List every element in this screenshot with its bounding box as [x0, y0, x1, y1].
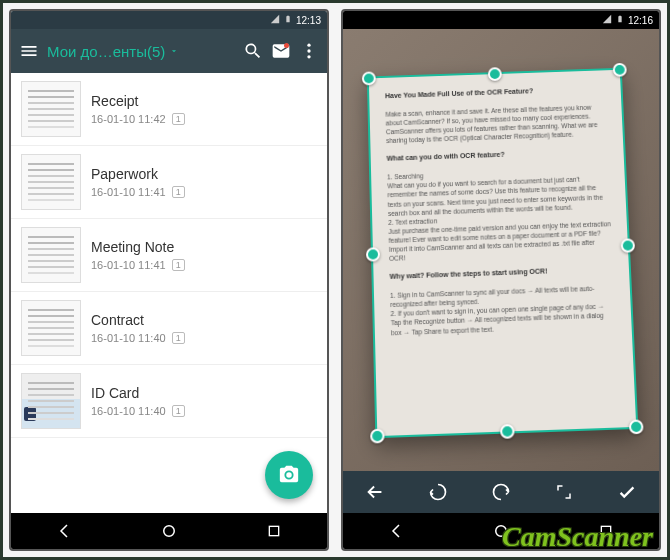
- battery-icon: [284, 14, 292, 26]
- recents-button[interactable]: [263, 520, 285, 542]
- status-time: 12:16: [628, 15, 653, 26]
- crop-handle[interactable]: [371, 429, 386, 444]
- doc-timestamp: 16-01-10 11:41: [91, 259, 166, 271]
- doc-timestamp: 16-01-10 11:41: [91, 186, 166, 198]
- page-count-badge: 1: [172, 113, 185, 125]
- svg-point-1: [307, 49, 310, 52]
- phone-crop-preview: 12:16 Have You Made Full Use of the OCR …: [341, 9, 661, 551]
- expand-icon[interactable]: [550, 478, 578, 506]
- paper-heading: What can you do with OCR feature?: [387, 151, 505, 162]
- page-count-badge: 1: [172, 405, 185, 417]
- svg-point-0: [307, 44, 310, 47]
- doc-thumbnail: [21, 227, 81, 283]
- doc-title: Meeting Note: [91, 239, 317, 255]
- doc-meta: 16-01-10 11:42 1: [91, 113, 317, 125]
- crop-handle[interactable]: [488, 67, 502, 81]
- status-bar: 12:13: [11, 11, 327, 29]
- crop-handle[interactable]: [366, 247, 380, 261]
- crop-handle[interactable]: [621, 238, 636, 252]
- crop-handle[interactable]: [613, 63, 627, 77]
- doc-thumbnail: [21, 373, 81, 429]
- doc-title: ID Card: [91, 385, 317, 401]
- svg-point-2: [307, 55, 310, 58]
- document-list: Receipt 16-01-10 11:42 1 Paperwork 16-01…: [11, 73, 327, 513]
- back-button[interactable]: [385, 520, 407, 542]
- paper-text: 2. If you don't want to sign in, you can…: [391, 303, 605, 336]
- notification-dot: [284, 43, 289, 48]
- doc-timestamp: 16-01-10 11:42: [91, 113, 166, 125]
- battery-icon: [616, 14, 624, 26]
- signal-icon: [270, 14, 280, 26]
- back-icon[interactable]: [361, 478, 389, 506]
- doc-thumbnail: [21, 81, 81, 137]
- chevron-down-icon: [169, 46, 179, 56]
- status-time: 12:13: [296, 15, 321, 26]
- crop-toolbar: [343, 471, 659, 513]
- svg-point-3: [164, 526, 175, 537]
- overflow-icon[interactable]: [299, 41, 319, 61]
- android-nav-bar: [11, 513, 327, 549]
- page-count-badge: 1: [172, 186, 185, 198]
- doc-meta: 16-01-10 11:41 1: [91, 259, 317, 271]
- paper-heading: Why wait? Follow the steps to start usin…: [390, 267, 548, 280]
- list-item[interactable]: Receipt 16-01-10 11:42 1: [11, 73, 327, 146]
- list-item[interactable]: ID Card 16-01-10 11:40 1: [11, 365, 327, 438]
- svg-rect-4: [270, 526, 279, 535]
- confirm-icon[interactable]: [613, 478, 641, 506]
- svg-point-5: [496, 526, 507, 537]
- paper-text: Just purchase the one-time paid version …: [389, 220, 612, 262]
- back-button[interactable]: [53, 520, 75, 542]
- doc-title: Paperwork: [91, 166, 317, 182]
- mail-icon[interactable]: [271, 41, 291, 61]
- camera-icon: [278, 464, 300, 486]
- paper-text: 2. Text extraction: [389, 217, 438, 226]
- home-button[interactable]: [490, 520, 512, 542]
- doc-timestamp: 16-01-10 11:40: [91, 332, 166, 344]
- page-count-badge: 1: [172, 259, 185, 271]
- scanned-page: Have You Made Full Use of the OCR Featur…: [367, 68, 639, 439]
- android-nav-bar: [343, 513, 659, 549]
- crop-handle[interactable]: [629, 420, 644, 435]
- app-toolbar: Мои до…енты(5): [11, 29, 327, 73]
- paper-text: 1. Searching: [387, 172, 423, 180]
- paper-text: Make a scan, enhance it and save it. Are…: [386, 103, 598, 144]
- paper-heading: Have You Made Full Use of the OCR Featur…: [385, 87, 533, 99]
- camera-fab[interactable]: [265, 451, 313, 499]
- menu-icon[interactable]: [19, 41, 39, 61]
- doc-title: Receipt: [91, 93, 317, 109]
- list-item[interactable]: Meeting Note 16-01-10 11:41 1: [11, 219, 327, 292]
- folder-title-text: Мои до…енты(5): [47, 43, 165, 60]
- list-item[interactable]: Contract 16-01-10 11:40 1: [11, 292, 327, 365]
- rotate-left-icon[interactable]: [424, 478, 452, 506]
- folder-title[interactable]: Мои до…енты(5): [47, 43, 235, 60]
- doc-meta: 16-01-10 11:41 1: [91, 186, 317, 198]
- doc-thumbnail: [21, 300, 81, 356]
- doc-meta: 16-01-10 11:40 1: [91, 405, 317, 417]
- recents-button[interactable]: [595, 520, 617, 542]
- home-button[interactable]: [158, 520, 180, 542]
- crop-handle[interactable]: [362, 71, 376, 85]
- doc-thumbnail: [21, 154, 81, 210]
- capture-preview[interactable]: Have You Made Full Use of the OCR Featur…: [343, 29, 659, 471]
- svg-rect-6: [602, 526, 611, 535]
- doc-title: Contract: [91, 312, 317, 328]
- rotate-right-icon[interactable]: [487, 478, 515, 506]
- page-count-badge: 1: [172, 332, 185, 344]
- signal-icon: [602, 14, 612, 26]
- crop-handle[interactable]: [500, 424, 515, 439]
- phone-doc-list: 12:13 Мои до…енты(5) Receipt 16-01-10 11…: [9, 9, 329, 551]
- search-icon[interactable]: [243, 41, 263, 61]
- list-item[interactable]: Paperwork 16-01-10 11:41 1: [11, 146, 327, 219]
- doc-meta: 16-01-10 11:40 1: [91, 332, 317, 344]
- doc-timestamp: 16-01-10 11:40: [91, 405, 166, 417]
- status-bar: 12:16: [343, 11, 659, 29]
- paper-text: What can you do if you want to search fo…: [388, 176, 604, 217]
